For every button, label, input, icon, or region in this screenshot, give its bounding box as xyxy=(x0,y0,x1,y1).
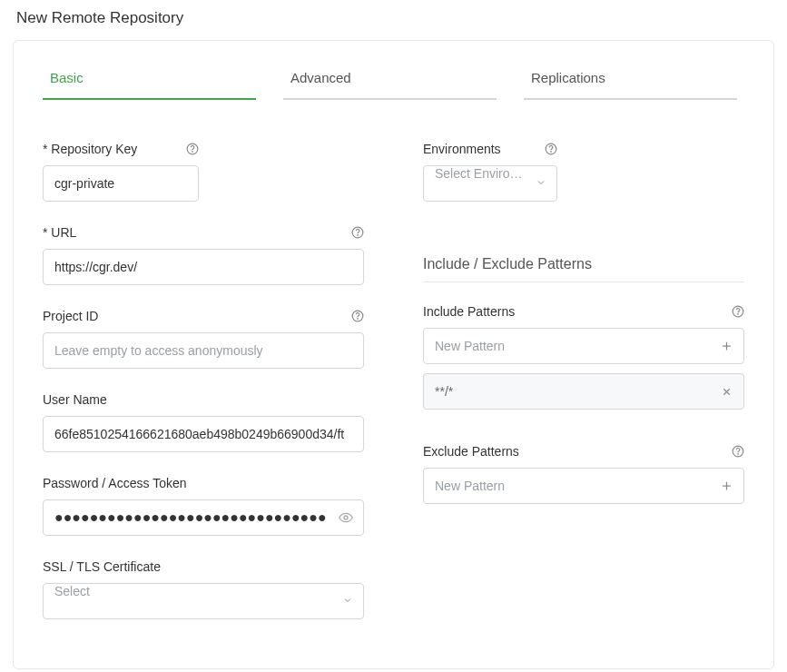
tab-advanced[interactable]: Advanced xyxy=(283,66,497,100)
include-pattern-input[interactable] xyxy=(423,328,744,364)
svg-point-16 xyxy=(738,454,739,455)
help-icon[interactable] xyxy=(186,143,199,155)
help-icon[interactable] xyxy=(732,305,744,318)
tabs: Basic Advanced Replications xyxy=(43,66,744,100)
user-name-input[interactable] xyxy=(43,416,364,452)
svg-point-1 xyxy=(192,152,193,153)
tab-basic[interactable]: Basic xyxy=(43,66,256,100)
patterns-section-header: Include / Exclude Patterns xyxy=(423,256,744,282)
pattern-chip-text: **/* xyxy=(435,384,453,399)
right-column: Environments Select Environments Include… xyxy=(423,142,744,643)
ssl-label: SSL / TLS Certificate xyxy=(43,559,161,574)
svg-point-5 xyxy=(358,319,359,320)
exclude-patterns-label: Exclude Patterns xyxy=(423,444,519,459)
ssl-select[interactable]: Select xyxy=(43,583,364,619)
svg-point-6 xyxy=(344,516,348,519)
pattern-chip: **/* xyxy=(423,373,744,410)
eye-icon[interactable] xyxy=(339,510,353,525)
url-input[interactable] xyxy=(43,249,364,285)
project-id-label: Project ID xyxy=(43,309,98,323)
plus-icon[interactable] xyxy=(720,479,733,493)
svg-point-10 xyxy=(738,314,739,315)
repo-key-input[interactable] xyxy=(43,165,199,202)
help-icon[interactable] xyxy=(732,445,744,458)
left-column: * Repository Key * URL Pro xyxy=(43,142,364,643)
password-label: Password / Access Token xyxy=(43,476,186,490)
password-input[interactable] xyxy=(43,499,364,536)
plus-icon[interactable] xyxy=(720,340,733,353)
page-title: New Remote Repository xyxy=(0,0,787,40)
user-name-label: User Name xyxy=(43,392,107,407)
include-patterns-label: Include Patterns xyxy=(423,304,515,319)
close-icon[interactable] xyxy=(721,386,733,398)
help-icon[interactable] xyxy=(351,310,364,322)
form-card: Basic Advanced Replications * Repository… xyxy=(13,40,774,669)
help-icon[interactable] xyxy=(545,143,557,155)
svg-point-3 xyxy=(358,235,359,236)
help-icon[interactable] xyxy=(351,226,364,239)
environments-label: Environments xyxy=(423,142,501,156)
url-label: * URL xyxy=(43,225,76,240)
svg-point-8 xyxy=(551,152,552,153)
tab-replications[interactable]: Replications xyxy=(524,66,737,100)
project-id-input[interactable] xyxy=(43,332,364,369)
repo-key-label: * Repository Key xyxy=(43,142,137,156)
exclude-pattern-input[interactable] xyxy=(423,468,744,504)
environments-select[interactable]: Select Environments xyxy=(423,165,557,202)
